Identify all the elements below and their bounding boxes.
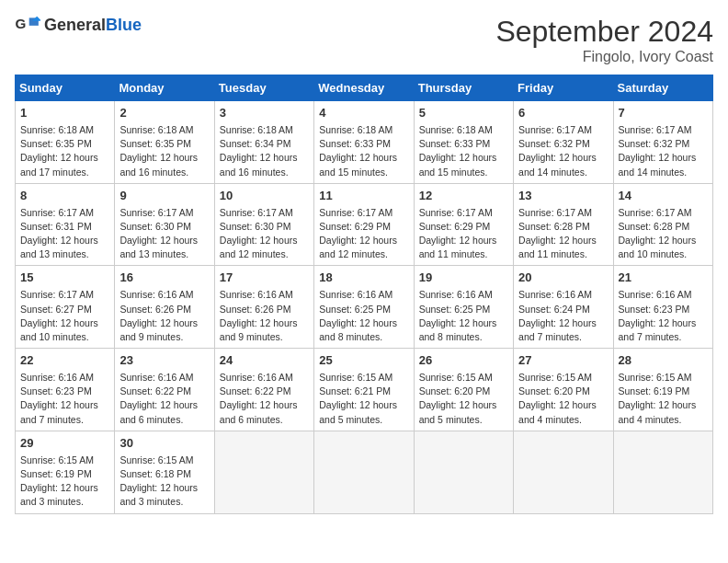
sunrise-text: Sunrise: 6:16 AM (319, 289, 392, 300)
day-number: 10 (220, 188, 309, 205)
col-monday: Monday (115, 75, 214, 101)
day-number: 5 (419, 105, 508, 122)
sunrise-text: Sunrise: 6:16 AM (20, 372, 94, 383)
calendar-cell: 17Sunrise: 6:16 AMSunset: 6:26 PMDayligh… (214, 266, 313, 349)
sunset-text: Sunset: 6:21 PM (319, 385, 391, 396)
calendar-table: Sunday Monday Tuesday Wednesday Thursday… (15, 75, 713, 514)
calendar-cell: 13Sunrise: 6:17 AMSunset: 6:28 PMDayligh… (514, 183, 613, 266)
calendar-week-row: 29Sunrise: 6:15 AMSunset: 6:19 PMDayligh… (16, 431, 713, 513)
sunset-text: Sunset: 6:32 PM (518, 138, 590, 149)
daylight-text: Daylight: 12 hours and 11 minutes. (518, 235, 597, 259)
day-number: 22 (20, 352, 109, 370)
calendar-cell: 7Sunrise: 6:17 AMSunset: 6:32 PMDaylight… (613, 101, 712, 184)
day-number: 27 (518, 352, 608, 370)
calendar-cell (214, 431, 313, 513)
day-number: 8 (20, 188, 109, 205)
sunset-text: Sunset: 6:25 PM (419, 304, 491, 315)
sunset-text: Sunset: 6:31 PM (20, 221, 92, 232)
sunrise-text: Sunrise: 6:18 AM (419, 124, 493, 135)
page-header: G GeneralBlue September 2024 Fingolo, Iv… (15, 15, 713, 65)
calendar-cell (414, 431, 513, 513)
sunrise-text: Sunrise: 6:17 AM (220, 207, 293, 218)
day-number: 13 (518, 188, 608, 205)
sunrise-text: Sunrise: 6:17 AM (20, 289, 94, 300)
sunset-text: Sunset: 6:27 PM (20, 304, 92, 315)
daylight-text: Daylight: 12 hours and 9 minutes. (119, 317, 198, 342)
sunrise-text: Sunrise: 6:17 AM (119, 207, 193, 218)
sunrise-text: Sunrise: 6:17 AM (419, 207, 493, 218)
daylight-text: Daylight: 12 hours and 3 minutes. (20, 482, 98, 507)
daylight-text: Daylight: 12 hours and 9 minutes. (220, 317, 298, 342)
sunrise-text: Sunrise: 6:15 AM (319, 372, 392, 383)
day-number: 7 (619, 105, 708, 122)
sunrise-text: Sunrise: 6:17 AM (619, 124, 692, 135)
sunset-text: Sunset: 6:26 PM (119, 304, 191, 315)
sunrise-text: Sunrise: 6:17 AM (20, 207, 94, 218)
sunrise-text: Sunrise: 6:17 AM (319, 207, 392, 218)
logo: G GeneralBlue (15, 15, 142, 35)
daylight-text: Daylight: 12 hours and 14 minutes. (518, 152, 597, 177)
calendar-week-row: 22Sunrise: 6:16 AMSunset: 6:23 PMDayligh… (16, 349, 713, 431)
calendar-cell: 20Sunrise: 6:16 AMSunset: 6:24 PMDayligh… (514, 266, 613, 349)
sunrise-text: Sunrise: 6:18 AM (220, 124, 293, 135)
calendar-cell: 16Sunrise: 6:16 AMSunset: 6:26 PMDayligh… (115, 266, 214, 349)
sunset-text: Sunset: 6:32 PM (619, 138, 690, 149)
day-number: 2 (119, 105, 209, 122)
day-number: 26 (419, 352, 508, 370)
sunrise-text: Sunrise: 6:17 AM (619, 207, 692, 218)
sunrise-text: Sunrise: 6:16 AM (119, 289, 193, 300)
calendar-cell: 19Sunrise: 6:16 AMSunset: 6:25 PMDayligh… (414, 266, 513, 349)
sunset-text: Sunset: 6:34 PM (220, 138, 291, 149)
sunset-text: Sunset: 6:25 PM (319, 304, 391, 315)
sunrise-text: Sunrise: 6:16 AM (119, 372, 193, 383)
calendar-cell: 12Sunrise: 6:17 AMSunset: 6:29 PMDayligh… (414, 183, 513, 266)
calendar-cell: 9Sunrise: 6:17 AMSunset: 6:30 PMDaylight… (115, 183, 214, 266)
col-thursday: Thursday (414, 75, 513, 101)
calendar-cell: 11Sunrise: 6:17 AMSunset: 6:29 PMDayligh… (314, 183, 414, 266)
calendar-cell: 21Sunrise: 6:16 AMSunset: 6:23 PMDayligh… (613, 266, 712, 349)
daylight-text: Daylight: 12 hours and 13 minutes. (20, 235, 98, 259)
daylight-text: Daylight: 12 hours and 12 minutes. (220, 235, 298, 259)
sunset-text: Sunset: 6:18 PM (119, 468, 191, 479)
day-number: 15 (20, 270, 109, 287)
sunset-text: Sunset: 6:24 PM (518, 304, 590, 315)
location: Fingolo, Ivory Coast (495, 49, 713, 65)
calendar-week-row: 15Sunrise: 6:17 AMSunset: 6:27 PMDayligh… (16, 266, 713, 349)
day-number: 17 (220, 270, 309, 287)
calendar-cell: 28Sunrise: 6:15 AMSunset: 6:19 PMDayligh… (613, 349, 712, 431)
daylight-text: Daylight: 12 hours and 11 minutes. (419, 235, 497, 259)
day-number: 11 (319, 188, 408, 205)
sunrise-text: Sunrise: 6:16 AM (220, 289, 293, 300)
day-number: 30 (119, 435, 209, 453)
calendar-cell: 6Sunrise: 6:17 AMSunset: 6:32 PMDaylight… (514, 101, 613, 184)
sunset-text: Sunset: 6:33 PM (319, 138, 391, 149)
calendar-cell: 1Sunrise: 6:18 AMSunset: 6:35 PMDaylight… (16, 101, 115, 184)
sunset-text: Sunset: 6:30 PM (119, 221, 191, 232)
sunrise-text: Sunrise: 6:17 AM (518, 207, 592, 218)
month-title: September 2024 (495, 15, 713, 49)
daylight-text: Daylight: 12 hours and 3 minutes. (119, 482, 198, 507)
daylight-text: Daylight: 12 hours and 8 minutes. (419, 317, 497, 342)
sunset-text: Sunset: 6:23 PM (619, 304, 690, 315)
sunset-text: Sunset: 6:29 PM (319, 221, 391, 232)
calendar-cell: 22Sunrise: 6:16 AMSunset: 6:23 PMDayligh… (16, 349, 115, 431)
sunrise-text: Sunrise: 6:16 AM (220, 372, 293, 383)
daylight-text: Daylight: 12 hours and 6 minutes. (119, 399, 198, 424)
col-sunday: Sunday (16, 75, 115, 101)
daylight-text: Daylight: 12 hours and 14 minutes. (619, 152, 697, 177)
sunset-text: Sunset: 6:23 PM (20, 385, 92, 396)
svg-text:G: G (15, 16, 26, 31)
sunset-text: Sunset: 6:29 PM (419, 221, 491, 232)
day-number: 14 (619, 188, 708, 205)
calendar-week-row: 8Sunrise: 6:17 AMSunset: 6:31 PMDaylight… (16, 183, 713, 266)
calendar-week-row: 1Sunrise: 6:18 AMSunset: 6:35 PMDaylight… (16, 101, 713, 184)
daylight-text: Daylight: 12 hours and 5 minutes. (319, 399, 397, 424)
day-number: 23 (119, 352, 209, 370)
sunset-text: Sunset: 6:28 PM (619, 221, 690, 232)
calendar-cell: 8Sunrise: 6:17 AMSunset: 6:31 PMDaylight… (16, 183, 115, 266)
daylight-text: Daylight: 12 hours and 17 minutes. (20, 152, 98, 177)
sunrise-text: Sunrise: 6:15 AM (619, 372, 692, 383)
day-number: 6 (518, 105, 608, 122)
sunrise-text: Sunrise: 6:16 AM (619, 289, 692, 300)
calendar-cell: 10Sunrise: 6:17 AMSunset: 6:30 PMDayligh… (214, 183, 313, 266)
